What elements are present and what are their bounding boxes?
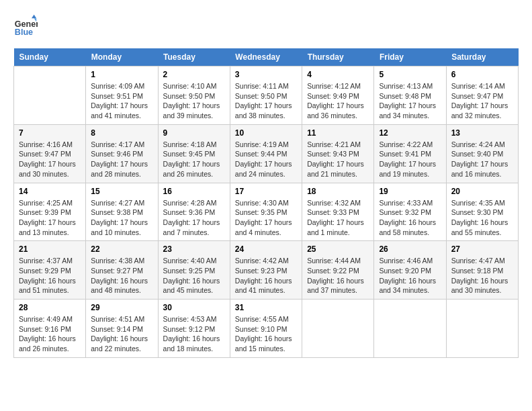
day-info: Sunrise: 4:24 AM Sunset: 9:40 PM Dayligh… xyxy=(451,140,513,179)
day-info: Sunrise: 4:09 AM Sunset: 9:51 PM Dayligh… xyxy=(91,81,152,121)
day-number: 30 xyxy=(163,303,225,312)
calendar-cell: 24Sunrise: 4:42 AM Sunset: 9:23 PM Dayli… xyxy=(230,241,302,300)
calendar-cell: 23Sunrise: 4:40 AM Sunset: 9:25 PM Dayli… xyxy=(158,241,230,300)
calendar-cell: 2Sunrise: 4:10 AM Sunset: 9:50 PM Daylig… xyxy=(158,66,230,125)
day-number: 13 xyxy=(451,128,513,138)
logo-icon: General Blue xyxy=(13,13,38,38)
calendar-cell: 13Sunrise: 4:24 AM Sunset: 9:40 PM Dayli… xyxy=(446,124,518,183)
calendar-cell: 8Sunrise: 4:17 AM Sunset: 9:46 PM Daylig… xyxy=(86,124,158,183)
svg-text:Blue: Blue xyxy=(15,28,33,37)
day-number: 5 xyxy=(379,70,441,79)
day-info: Sunrise: 4:44 AM Sunset: 9:22 PM Dayligh… xyxy=(307,256,369,295)
calendar-cell: 7Sunrise: 4:16 AM Sunset: 9:47 PM Daylig… xyxy=(14,124,86,183)
page-header: General Blue xyxy=(13,13,519,38)
day-info: Sunrise: 4:27 AM Sunset: 9:38 PM Dayligh… xyxy=(91,198,152,238)
day-info: Sunrise: 4:12 AM Sunset: 9:49 PM Dayligh… xyxy=(307,81,369,121)
day-number: 28 xyxy=(19,303,81,312)
day-number: 9 xyxy=(163,128,225,138)
weekday-header-sunday: Sunday xyxy=(14,48,86,66)
day-info: Sunrise: 4:47 AM Sunset: 9:18 PM Dayligh… xyxy=(451,256,513,295)
day-number: 11 xyxy=(307,128,369,138)
logo: General Blue xyxy=(13,13,38,38)
calendar-cell: 20Sunrise: 4:35 AM Sunset: 9:30 PM Dayli… xyxy=(446,183,518,241)
day-number: 24 xyxy=(235,244,297,254)
day-number: 4 xyxy=(307,70,369,79)
day-info: Sunrise: 4:22 AM Sunset: 9:41 PM Dayligh… xyxy=(379,140,441,179)
calendar-cell: 6Sunrise: 4:14 AM Sunset: 9:47 PM Daylig… xyxy=(446,66,518,125)
day-info: Sunrise: 4:35 AM Sunset: 9:30 PM Dayligh… xyxy=(451,198,513,238)
weekday-header-row: SundayMondayTuesdayWednesdayThursdayFrid… xyxy=(14,48,519,66)
calendar-cell: 15Sunrise: 4:27 AM Sunset: 9:38 PM Dayli… xyxy=(86,183,158,241)
day-number: 2 xyxy=(163,70,225,79)
calendar-cell xyxy=(374,300,446,358)
calendar-cell: 10Sunrise: 4:19 AM Sunset: 9:44 PM Dayli… xyxy=(230,124,302,183)
day-info: Sunrise: 4:53 AM Sunset: 9:12 PM Dayligh… xyxy=(163,314,225,354)
day-number: 3 xyxy=(235,70,297,79)
svg-marker-2 xyxy=(32,15,36,18)
day-info: Sunrise: 4:10 AM Sunset: 9:50 PM Dayligh… xyxy=(163,81,225,121)
day-number: 25 xyxy=(307,244,369,254)
day-number: 1 xyxy=(91,70,152,79)
day-info: Sunrise: 4:42 AM Sunset: 9:23 PM Dayligh… xyxy=(235,256,297,295)
day-number: 7 xyxy=(19,128,81,138)
calendar-cell: 29Sunrise: 4:51 AM Sunset: 9:14 PM Dayli… xyxy=(86,300,158,358)
day-number: 12 xyxy=(379,128,441,138)
day-info: Sunrise: 4:38 AM Sunset: 9:27 PM Dayligh… xyxy=(91,256,152,295)
weekday-header-friday: Friday xyxy=(374,48,446,66)
day-number: 22 xyxy=(91,244,152,254)
calendar-cell: 9Sunrise: 4:18 AM Sunset: 9:45 PM Daylig… xyxy=(158,124,230,183)
day-info: Sunrise: 4:13 AM Sunset: 9:48 PM Dayligh… xyxy=(379,81,441,121)
day-number: 18 xyxy=(307,187,369,196)
day-info: Sunrise: 4:46 AM Sunset: 9:20 PM Dayligh… xyxy=(379,256,441,295)
weekday-header-wednesday: Wednesday xyxy=(230,48,302,66)
day-number: 8 xyxy=(91,128,152,138)
day-number: 21 xyxy=(19,244,81,254)
day-info: Sunrise: 4:18 AM Sunset: 9:45 PM Dayligh… xyxy=(163,140,225,179)
calendar-cell: 27Sunrise: 4:47 AM Sunset: 9:18 PM Dayli… xyxy=(446,241,518,300)
day-info: Sunrise: 4:37 AM Sunset: 9:29 PM Dayligh… xyxy=(19,256,81,295)
calendar-table: SundayMondayTuesdayWednesdayThursdayFrid… xyxy=(13,48,519,358)
day-number: 27 xyxy=(451,244,513,254)
calendar-cell: 3Sunrise: 4:11 AM Sunset: 9:50 PM Daylig… xyxy=(230,66,302,125)
day-number: 6 xyxy=(451,70,513,79)
day-number: 23 xyxy=(163,244,225,254)
week-row-2: 7Sunrise: 4:16 AM Sunset: 9:47 PM Daylig… xyxy=(14,124,519,183)
calendar-cell xyxy=(302,300,374,358)
calendar-cell: 1Sunrise: 4:09 AM Sunset: 9:51 PM Daylig… xyxy=(86,66,158,125)
weekday-header-saturday: Saturday xyxy=(446,48,518,66)
calendar-cell: 26Sunrise: 4:46 AM Sunset: 9:20 PM Dayli… xyxy=(374,241,446,300)
day-info: Sunrise: 4:55 AM Sunset: 9:10 PM Dayligh… xyxy=(235,314,297,354)
calendar-cell: 5Sunrise: 4:13 AM Sunset: 9:48 PM Daylig… xyxy=(374,66,446,125)
calendar-cell: 21Sunrise: 4:37 AM Sunset: 9:29 PM Dayli… xyxy=(14,241,86,300)
day-info: Sunrise: 4:51 AM Sunset: 9:14 PM Dayligh… xyxy=(91,314,152,354)
calendar-cell: 14Sunrise: 4:25 AM Sunset: 9:39 PM Dayli… xyxy=(14,183,86,241)
calendar-cell xyxy=(446,300,518,358)
calendar-cell: 17Sunrise: 4:30 AM Sunset: 9:35 PM Dayli… xyxy=(230,183,302,241)
week-row-3: 14Sunrise: 4:25 AM Sunset: 9:39 PM Dayli… xyxy=(14,183,519,241)
weekday-header-monday: Monday xyxy=(86,48,158,66)
calendar-cell: 18Sunrise: 4:32 AM Sunset: 9:33 PM Dayli… xyxy=(302,183,374,241)
day-info: Sunrise: 4:49 AM Sunset: 9:16 PM Dayligh… xyxy=(19,314,81,354)
day-number: 17 xyxy=(235,187,297,196)
day-number: 31 xyxy=(235,303,297,312)
calendar-cell: 28Sunrise: 4:49 AM Sunset: 9:16 PM Dayli… xyxy=(14,300,86,358)
calendar-cell: 12Sunrise: 4:22 AM Sunset: 9:41 PM Dayli… xyxy=(374,124,446,183)
calendar-cell xyxy=(14,66,86,125)
week-row-1: 1Sunrise: 4:09 AM Sunset: 9:51 PM Daylig… xyxy=(14,66,519,125)
day-number: 29 xyxy=(91,303,152,312)
day-number: 26 xyxy=(379,244,441,254)
weekday-header-tuesday: Tuesday xyxy=(158,48,230,66)
calendar-cell: 31Sunrise: 4:55 AM Sunset: 9:10 PM Dayli… xyxy=(230,300,302,358)
day-number: 16 xyxy=(163,187,225,196)
day-info: Sunrise: 4:21 AM Sunset: 9:43 PM Dayligh… xyxy=(307,140,369,179)
day-info: Sunrise: 4:19 AM Sunset: 9:44 PM Dayligh… xyxy=(235,140,297,179)
day-info: Sunrise: 4:17 AM Sunset: 9:46 PM Dayligh… xyxy=(91,140,152,179)
day-info: Sunrise: 4:33 AM Sunset: 9:32 PM Dayligh… xyxy=(379,198,441,238)
day-number: 20 xyxy=(451,187,513,196)
day-number: 15 xyxy=(91,187,152,196)
day-info: Sunrise: 4:30 AM Sunset: 9:35 PM Dayligh… xyxy=(235,198,297,238)
day-info: Sunrise: 4:40 AM Sunset: 9:25 PM Dayligh… xyxy=(163,256,225,295)
week-row-5: 28Sunrise: 4:49 AM Sunset: 9:16 PM Dayli… xyxy=(14,300,519,358)
day-info: Sunrise: 4:14 AM Sunset: 9:47 PM Dayligh… xyxy=(451,81,513,121)
calendar-cell: 30Sunrise: 4:53 AM Sunset: 9:12 PM Dayli… xyxy=(158,300,230,358)
